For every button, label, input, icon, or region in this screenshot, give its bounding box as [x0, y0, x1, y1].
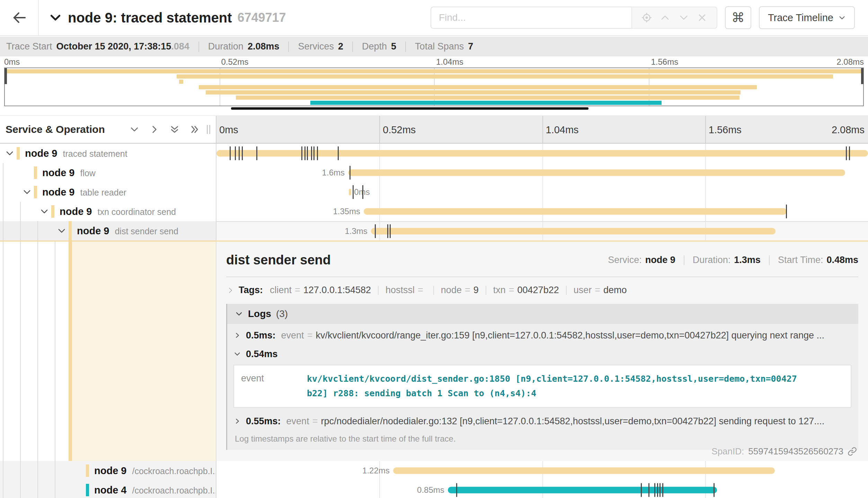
span-timeline-cell[interactable]: 1.6ms: [216, 163, 868, 182]
log-marker-tick: [301, 146, 302, 160]
log-marker-tick: [307, 146, 308, 160]
timeline-gridline: [379, 480, 380, 498]
span-name-column[interactable]: node 9table reader: [0, 182, 216, 202]
span-row[interactable]: node 9/cockroach.roachpb.I...1.22ms: [0, 461, 868, 480]
operation-name: traced statement: [63, 149, 127, 159]
minimap-canvas[interactable]: [4, 67, 864, 106]
span-timeline-cell[interactable]: 0ms: [216, 182, 868, 202]
span-row[interactable]: node 9flow1.6ms: [0, 163, 868, 182]
expand-all-icon[interactable]: [189, 124, 200, 135]
tags-label: Tags:: [239, 285, 263, 296]
summary-value: October 15 2020, 17:38:15: [56, 41, 171, 52]
summary-value: 5: [391, 41, 396, 52]
trace-view-selector[interactable]: Trace Timeline: [759, 6, 855, 29]
collapse-one-icon[interactable]: [129, 124, 140, 135]
span-bar[interactable]: [371, 228, 776, 235]
service-name: node 9traced statement: [25, 148, 127, 159]
span-row[interactable]: node 9table reader0ms: [0, 182, 868, 202]
minimap-tick-label: 1.56ms: [651, 57, 679, 67]
keyboard-shortcuts-button[interactable]: ⌘: [725, 6, 751, 29]
span-bar[interactable]: [448, 487, 717, 494]
tag-value: 00427b22: [517, 285, 559, 296]
log-marker-tick: [375, 224, 376, 238]
operation-name: txn coordinator send: [97, 207, 176, 217]
span-timeline-cell[interactable]: 1.35ms: [216, 202, 868, 221]
log-marker-tick: [846, 146, 847, 160]
span-name-column[interactable]: node 9txn coordinator send: [0, 202, 216, 221]
prev-match-icon[interactable]: [659, 12, 671, 23]
stat-divider: [684, 255, 684, 265]
log-marker-tick: [654, 483, 655, 497]
logs-list: 0.5ms:event=kv/kvclient/kvcoord/range_it…: [227, 324, 858, 450]
collapse-trace-chevron-icon[interactable]: [48, 11, 62, 25]
minimap-span-bar: [236, 96, 740, 100]
span-timeline-cell[interactable]: [216, 144, 868, 163]
span-name-column[interactable]: node 9traced statement: [0, 144, 216, 163]
tag-equals: =: [295, 285, 300, 296]
expand-chevron-icon[interactable]: [5, 148, 15, 158]
span-timeline-cell[interactable]: 1.3ms: [216, 221, 868, 241]
span-bar[interactable]: [364, 208, 787, 215]
indent-guide: [3, 480, 3, 498]
span-color-bar: [51, 205, 54, 218]
expand-chevron-icon[interactable]: [22, 187, 32, 197]
span-color-bar: [34, 186, 37, 198]
timeline-tick-label: 2.08ms: [832, 124, 865, 136]
trace-id: 6749717: [237, 10, 286, 25]
column-resizer-handle[interactable]: [207, 125, 210, 134]
chevron-down-icon: [838, 14, 846, 21]
log-entry-expanded-header[interactable]: 0.54ms: [233, 345, 852, 363]
next-match-icon[interactable]: [678, 12, 689, 23]
logs-header[interactable]: Logs (3): [227, 304, 858, 324]
span-row[interactable]: node 4/cockroach.roachpb.I...0.85ms: [0, 480, 868, 498]
span-row[interactable]: node 9dist sender send1.3ms: [0, 221, 868, 241]
stat-value: 1.3ms: [734, 255, 761, 265]
span-name-column[interactable]: node 9/cockroach.roachpb.I...: [0, 461, 216, 480]
span-name-column[interactable]: node 9dist sender send: [0, 221, 216, 241]
log-entry[interactable]: 0.5ms:event=kv/kvclient/kvcoord/range_it…: [233, 325, 852, 345]
link-icon[interactable]: [848, 447, 857, 456]
timeline-gridline: [542, 182, 543, 202]
span-name-column[interactable]: node 4/cockroach.roachpb.I...: [0, 480, 216, 498]
log-timestamp: 0.55ms:: [246, 416, 281, 427]
span-timeline-cell[interactable]: 1.22ms: [216, 461, 868, 480]
expand-chevron-icon[interactable]: [39, 207, 49, 216]
page-title: node 9: traced statement: [68, 10, 232, 26]
indent-guide: [3, 182, 3, 202]
span-name-column[interactable]: node 9flow: [0, 163, 216, 182]
span-timeline-cell[interactable]: 0.85ms: [216, 480, 868, 498]
viewport-scrubber-right[interactable]: [861, 68, 863, 84]
operation-name: /cockroach.roachpb.I...: [132, 466, 216, 476]
indent-guide: [37, 461, 38, 480]
stat-value: 0.48ms: [826, 255, 858, 265]
summary-label: Trace Start: [6, 41, 52, 52]
span-logs-accordion: Logs (3) 0.5ms:event=kv/kvclient/kvcoord…: [226, 304, 858, 450]
find-input[interactable]: [431, 7, 631, 29]
minimap-span-bar: [5, 69, 863, 73]
indent-guide: [3, 221, 3, 241]
log-entry[interactable]: 0.55ms:event=rpc/nodedialer/nodedialer.g…: [233, 411, 852, 431]
viewport-scrubber-left[interactable]: [5, 68, 7, 84]
collapse-all-icon[interactable]: [169, 124, 180, 135]
operation-name: /cockroach.roachpb.I...: [132, 486, 216, 495]
duration-label: 0ms: [354, 187, 370, 197]
span-tags-row[interactable]: Tags:client=127.0.0.1:54582hostssl=node=…: [226, 285, 858, 296]
page-header: node 9: traced statement 6749717 ⌘ Trace…: [0, 0, 868, 36]
tag-key: user: [574, 285, 592, 296]
focus-match-icon[interactable]: [641, 12, 652, 23]
expand-one-icon[interactable]: [149, 124, 160, 135]
span-row[interactable]: node 9txn coordinator send1.35ms: [0, 202, 868, 221]
span-bar[interactable]: [348, 170, 845, 176]
back-button[interactable]: [0, 0, 39, 35]
tag-divider: [486, 286, 486, 295]
span-bar[interactable]: [349, 189, 352, 196]
span-row[interactable]: node 9traced statement: [0, 144, 868, 163]
expand-chevron-icon[interactable]: [57, 226, 67, 236]
log-field-value: kv/kvclient/kvcoord/dist_sender.go:1850 …: [307, 372, 799, 401]
operation-name: flow: [80, 168, 95, 178]
scrollbar-thumb[interactable]: [231, 107, 588, 110]
tag-item: txn=00427b22: [493, 285, 559, 296]
minimap-tick-label: 0.52ms: [221, 57, 249, 67]
clear-find-icon[interactable]: [697, 12, 708, 23]
span-bar[interactable]: [393, 468, 775, 474]
